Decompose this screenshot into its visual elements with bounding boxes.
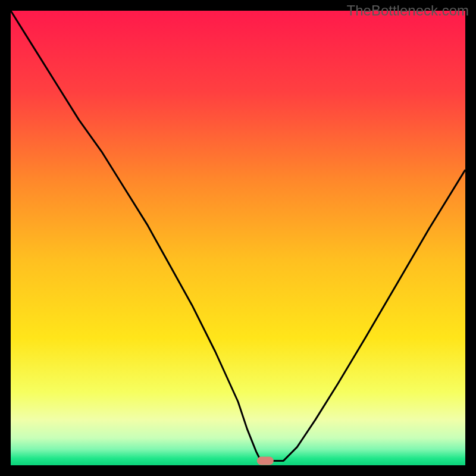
- chart-svg: [11, 11, 465, 465]
- chart-background: [11, 11, 465, 465]
- bottleneck-chart: [11, 11, 465, 465]
- watermark-text: TheBottleneck.com: [347, 2, 469, 19]
- optimal-marker: [257, 456, 274, 465]
